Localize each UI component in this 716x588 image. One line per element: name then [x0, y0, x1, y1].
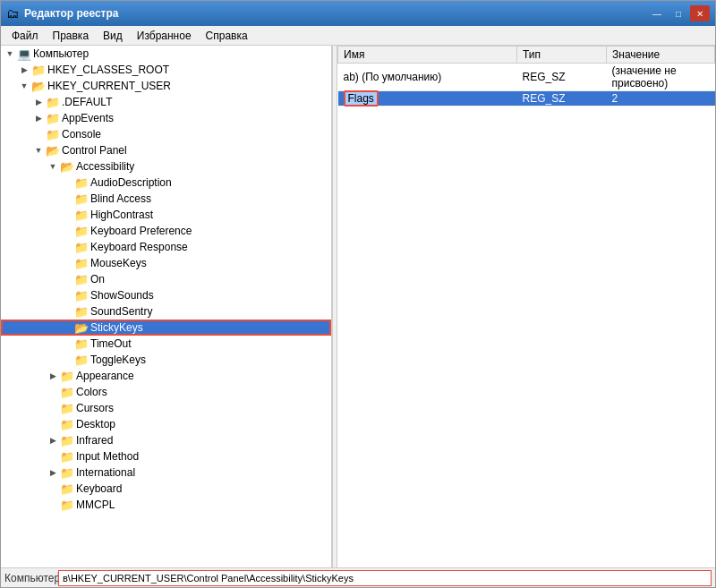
tree-node-computer[interactable]: ▼ 💻 Компьютер [1, 46, 331, 62]
expand-on: ▶ [60, 272, 74, 286]
tree-node-blindaccess[interactable]: ▶ 📁 Blind Access [1, 191, 331, 207]
expand-showsounds: ▶ [60, 288, 74, 303]
timeout-icon: 📁 [74, 337, 89, 350]
node-label-audiodesc: AudioDescription [90, 176, 172, 189]
node-label-international: International [76, 466, 135, 479]
tree-node-togglekeys[interactable]: ▶ 📁 ToggleKeys [1, 352, 331, 368]
tree-node-on[interactable]: ▶ 📁 On [1, 271, 331, 287]
tree-node-mmcpl[interactable]: ▶ 📁 MMCPL [1, 497, 331, 513]
tree-node-soundsentry[interactable]: ▶ 📁 SoundSentry [1, 303, 331, 320]
node-label-computer: Компьютер [33, 47, 89, 60]
menu-view[interactable]: Вид [96, 28, 130, 44]
node-label-on: On [90, 273, 105, 285]
table-row[interactable]: ab) (По умолчанию) REG_SZ (значение не п… [338, 64, 715, 91]
expand-accessibility[interactable]: ▼ [46, 159, 60, 174]
tree-node-kbpref[interactable]: ▶ 📁 Keyboard Preference [1, 223, 331, 239]
close-button[interactable]: ✕ [690, 5, 710, 21]
col-type: Тип [517, 47, 607, 64]
expand-infrared[interactable]: ▶ [46, 433, 60, 447]
inputmethod-icon: 📁 [60, 450, 74, 463]
expand-computer[interactable]: ▼ [3, 47, 17, 61]
node-label-default: .DEFAULT [62, 96, 112, 108]
menu-favorites[interactable]: Избранное [130, 28, 199, 44]
node-label-appevents: AppEvents [62, 112, 114, 124]
tree-node-mousekeys[interactable]: ▶ 📁 MouseKeys [1, 255, 331, 271]
expand-appevents[interactable]: ▶ [31, 111, 46, 125]
tree-node-audiodesc[interactable]: ▶ 📁 AudioDescription [1, 175, 331, 191]
tree-node-hkcu[interactable]: ▼ 📂 HKEY_CURRENT_USER [1, 78, 331, 94]
tree-node-accessibility[interactable]: ▼ 📂 Accessibility [1, 158, 331, 175]
expand-colors: ▶ [46, 385, 60, 399]
tree-node-console[interactable]: ▶ 📁 Console [1, 126, 331, 142]
tree-node-highcontrast[interactable]: ▶ 📁 HighContrast [1, 207, 331, 223]
showsounds-icon: 📁 [74, 289, 89, 302]
hkcu-icon: 📂 [31, 80, 46, 92]
keyboard-icon: 📁 [60, 482, 74, 495]
tree-node-hkcr[interactable]: ▶ 📁 HKEY_CLASSES_ROOT [1, 62, 331, 78]
soundsentry-icon: 📁 [74, 305, 89, 318]
title-bar-buttons: — □ ✕ [647, 5, 710, 21]
title-bar: 🗂 Редактор реестра — □ ✕ [1, 1, 715, 26]
expand-stickykeys: ▶ [60, 320, 74, 335]
node-label-cursors: Cursors [76, 402, 114, 414]
registry-tree[interactable]: ▼ 💻 Компьютер ▶ 📁 HKEY_CLASSES_ROOT ▼ 📂 … [1, 46, 332, 567]
expand-default[interactable]: ▶ [31, 95, 46, 109]
tree-node-showsounds[interactable]: ▶ 📁 ShowSounds [1, 287, 331, 303]
minimize-button[interactable]: — [647, 5, 667, 21]
status-bar: Компьютер в\HKEY_CURRENT_USER\Control Pa… [1, 567, 715, 587]
registry-editor-window: 🗂 Редактор реестра — □ ✕ Файл Правка Вид… [0, 0, 716, 588]
expand-international[interactable]: ▶ [46, 465, 60, 480]
togglekeys-icon: 📁 [74, 354, 89, 366]
tree-node-kbresp[interactable]: ▶ 📁 Keyboard Response [1, 239, 331, 255]
node-label-appearance: Appearance [76, 370, 134, 382]
node-label-kbpref: Keyboard Preference [90, 225, 192, 237]
expand-togglekeys: ▶ [60, 353, 74, 367]
menu-edit[interactable]: Правка [46, 28, 97, 44]
tree-node-international[interactable]: ▶ 📁 International [1, 464, 331, 481]
expand-audiodesc: ▶ [60, 175, 74, 190]
tree-node-appevents[interactable]: ▶ 📁 AppEvents [1, 110, 331, 126]
controlpanel-icon: 📂 [46, 144, 60, 157]
tree-node-colors[interactable]: ▶ 📁 Colors [1, 384, 331, 400]
tree-node-appearance[interactable]: ▶ 📁 Appearance [1, 368, 331, 384]
maximize-button[interactable]: □ [669, 5, 688, 21]
menu-help[interactable]: Справка [199, 28, 255, 44]
computer-icon: 💻 [17, 47, 31, 60]
tree-node-desktop[interactable]: ▶ 📁 Desktop [1, 416, 331, 432]
desktop-icon: 📁 [60, 418, 74, 430]
expand-hkcu[interactable]: ▼ [17, 79, 31, 93]
tree-node-stickykeys[interactable]: ▶ 📂 StickyKeys [1, 320, 331, 336]
expand-mmcpl: ▶ [46, 498, 60, 512]
main-content: ▼ 💻 Компьютер ▶ 📁 HKEY_CLASSES_ROOT ▼ 📂 … [1, 46, 715, 567]
expand-controlpanel[interactable]: ▼ [31, 143, 46, 158]
tree-node-cursors[interactable]: ▶ 📁 Cursors [1, 400, 331, 416]
expand-hkcr[interactable]: ▶ [17, 63, 31, 77]
tree-node-keyboard[interactable]: ▶ 📁 Keyboard [1, 481, 331, 497]
appearance-icon: 📁 [60, 370, 74, 382]
col-value: Значение [607, 47, 715, 64]
tree-node-infrared[interactable]: ▶ 📁 Infrared [1, 432, 331, 448]
node-label-blindaccess: Blind Access [90, 192, 151, 205]
status-path: в\HKEY_CURRENT_USER\Control Panel\Access… [58, 570, 712, 586]
tree-node-controlpanel[interactable]: ▼ 📂 Control Panel [1, 142, 331, 158]
expand-cursors: ▶ [46, 401, 60, 415]
expand-highcontrast: ▶ [60, 208, 74, 222]
node-label-desktop: Desktop [76, 418, 115, 430]
kbresp-icon: 📁 [74, 241, 89, 253]
node-label-kbresp: Keyboard Response [90, 241, 188, 253]
audiodesc-icon: 📁 [74, 176, 89, 189]
expand-timeout: ▶ [60, 337, 74, 351]
tree-node-default[interactable]: ▶ 📁 .DEFAULT [1, 94, 331, 110]
expand-appearance[interactable]: ▶ [46, 369, 60, 383]
expand-soundsentry: ▶ [60, 304, 74, 319]
tree-node-timeout[interactable]: ▶ 📁 TimeOut [1, 336, 331, 352]
row-name: ab) (По умолчанию) [338, 64, 517, 91]
table-row-flags[interactable]: Flags REG_SZ 2 [338, 91, 715, 107]
menu-file[interactable]: Файл [4, 28, 46, 44]
tree-node-inputmethod[interactable]: ▶ 📁 Input Method [1, 448, 331, 464]
flags-highlighted-cell: Flags [344, 90, 379, 107]
expand-desktop: ▶ [46, 417, 60, 431]
colors-icon: 📁 [60, 386, 74, 398]
node-label-mousekeys: MouseKeys [90, 257, 147, 269]
on-icon: 📁 [74, 273, 89, 285]
